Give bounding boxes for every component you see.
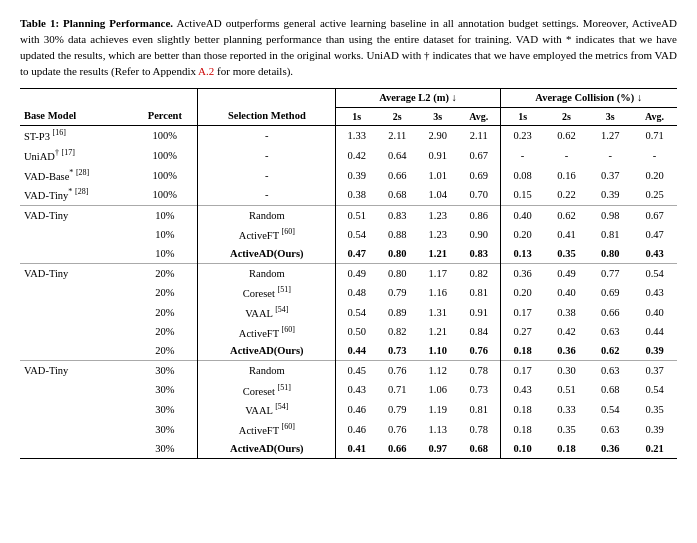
cell-collision-avg: 0.67 xyxy=(632,206,677,226)
cell-l2-3s: 1.01 xyxy=(417,166,457,186)
cell-collision-1s: 0.20 xyxy=(500,283,545,303)
cell-selection: VAAL [54] xyxy=(198,400,336,420)
cell-percent: 30% xyxy=(132,381,197,401)
cell-l2-2s: 0.89 xyxy=(377,303,417,323)
cell-l2-1s: 0.44 xyxy=(336,342,377,361)
cell-collision-avg: 0.39 xyxy=(632,342,677,361)
cell-collision-avg: 0.43 xyxy=(632,245,677,264)
cell-l2-1s: 0.48 xyxy=(336,283,377,303)
table-row: VAD-Tiny* [28]100%-0.380.681.040.700.150… xyxy=(20,185,677,205)
cell-percent: 30% xyxy=(132,361,197,381)
cell-model: VAD-Tiny xyxy=(20,361,132,381)
cell-percent: 20% xyxy=(132,323,197,343)
cell-percent: 20% xyxy=(132,283,197,303)
cell-collision-1s: 0.18 xyxy=(500,420,545,440)
cell-l2-3s: 1.17 xyxy=(417,264,457,284)
cell-selection: Random xyxy=(198,206,336,226)
cell-selection: VAAL [54] xyxy=(198,303,336,323)
cell-collision-2s: 0.33 xyxy=(545,400,589,420)
cell-collision-1s: - xyxy=(500,146,545,166)
cell-collision-1s: 0.15 xyxy=(500,185,545,205)
cell-model xyxy=(20,400,132,420)
table-row: 30%ActiveAD(Ours)0.410.660.970.680.100.1… xyxy=(20,440,677,459)
cell-collision-avg: 0.25 xyxy=(632,185,677,205)
cell-collision-2s: 0.49 xyxy=(545,264,589,284)
cell-model: VAD-Base* [28] xyxy=(20,166,132,186)
cell-l2-avg: 0.81 xyxy=(458,400,500,420)
cell-model: VAD-Tiny xyxy=(20,206,132,226)
cell-percent: 30% xyxy=(132,400,197,420)
cell-l2-1s: 0.39 xyxy=(336,166,377,186)
cell-l2-avg: 0.83 xyxy=(458,245,500,264)
cell-l2-2s: 0.66 xyxy=(377,440,417,459)
cell-selection: Random xyxy=(198,264,336,284)
cell-collision-2s: 0.22 xyxy=(545,185,589,205)
table-row: 10%ActiveFT [60]0.540.881.230.900.200.41… xyxy=(20,225,677,245)
cell-l2-1s: 0.47 xyxy=(336,245,377,264)
cell-collision-avg: - xyxy=(632,146,677,166)
header-selection: Selection Method xyxy=(198,88,336,126)
cell-l2-avg: 0.81 xyxy=(458,283,500,303)
cell-l2-2s: 0.80 xyxy=(377,245,417,264)
cell-collision-1s: 0.36 xyxy=(500,264,545,284)
header-avg-collision: Average Collision (%) ↓ xyxy=(500,88,677,107)
header-base-model: Base Model xyxy=(20,88,132,126)
cell-selection: - xyxy=(198,146,336,166)
cell-collision-avg: 0.47 xyxy=(632,225,677,245)
cell-collision-2s: 0.62 xyxy=(545,126,589,146)
cell-l2-1s: 0.54 xyxy=(336,225,377,245)
cell-collision-1s: 0.20 xyxy=(500,225,545,245)
cell-model: ST-P3 [16] xyxy=(20,126,132,146)
cell-collision-2s: 0.51 xyxy=(545,381,589,401)
cell-l2-3s: 1.04 xyxy=(417,185,457,205)
cell-collision-avg: 0.54 xyxy=(632,381,677,401)
cell-collision-2s: 0.16 xyxy=(545,166,589,186)
cell-l2-avg: 0.82 xyxy=(458,264,500,284)
table-row: VAD-Base* [28]100%-0.390.661.010.690.080… xyxy=(20,166,677,186)
cell-l2-3s: 1.21 xyxy=(417,323,457,343)
cell-collision-2s: 0.18 xyxy=(545,440,589,459)
cell-collision-3s: 1.27 xyxy=(588,126,632,146)
appendix-link[interactable]: A.2 xyxy=(198,65,214,77)
cell-l2-1s: 0.49 xyxy=(336,264,377,284)
cell-model xyxy=(20,381,132,401)
cell-l2-2s: 0.73 xyxy=(377,342,417,361)
table-caption: Table 1: Planning Performance. ActiveAD … xyxy=(20,16,677,80)
cell-collision-3s: 0.63 xyxy=(588,361,632,381)
cell-collision-3s: 0.68 xyxy=(588,381,632,401)
cell-l2-avg: 0.78 xyxy=(458,420,500,440)
cell-l2-2s: 0.66 xyxy=(377,166,417,186)
cell-model: VAD-Tiny* [28] xyxy=(20,185,132,205)
table-row: VAD-Tiny20%Random0.490.801.170.820.360.4… xyxy=(20,264,677,284)
cell-model xyxy=(20,283,132,303)
subheader-l2-3s: 3s xyxy=(417,107,457,126)
cell-percent: 10% xyxy=(132,245,197,264)
performance-table: Base Model Percent Selection Method Aver… xyxy=(20,88,677,459)
cell-l2-3s: 1.06 xyxy=(417,381,457,401)
cell-l2-avg: 0.73 xyxy=(458,381,500,401)
table-row: 30%VAAL [54]0.460.791.190.810.180.330.54… xyxy=(20,400,677,420)
cell-collision-2s: 0.40 xyxy=(545,283,589,303)
cell-collision-3s: 0.77 xyxy=(588,264,632,284)
cell-collision-avg: 0.44 xyxy=(632,323,677,343)
cell-percent: 30% xyxy=(132,440,197,459)
cell-selection: ActiveAD(Ours) xyxy=(198,342,336,361)
cell-l2-1s: 1.33 xyxy=(336,126,377,146)
cell-collision-avg: 0.35 xyxy=(632,400,677,420)
cell-l2-2s: 0.64 xyxy=(377,146,417,166)
cell-collision-3s: 0.69 xyxy=(588,283,632,303)
table-row: VAD-Tiny30%Random0.450.761.120.780.170.3… xyxy=(20,361,677,381)
cell-model xyxy=(20,303,132,323)
subheader-c-3s: 3s xyxy=(588,107,632,126)
cell-selection: ActiveFT [60] xyxy=(198,323,336,343)
cell-l2-2s: 0.82 xyxy=(377,323,417,343)
cell-collision-1s: 0.18 xyxy=(500,342,545,361)
cell-l2-2s: 0.80 xyxy=(377,264,417,284)
subheader-c-2s: 2s xyxy=(545,107,589,126)
cell-l2-1s: 0.42 xyxy=(336,146,377,166)
cell-l2-3s: 1.10 xyxy=(417,342,457,361)
table-body: ST-P3 [16]100%-1.332.112.902.110.230.621… xyxy=(20,126,677,458)
cell-l2-3s: 1.16 xyxy=(417,283,457,303)
cell-collision-2s: 0.41 xyxy=(545,225,589,245)
cell-l2-1s: 0.41 xyxy=(336,440,377,459)
